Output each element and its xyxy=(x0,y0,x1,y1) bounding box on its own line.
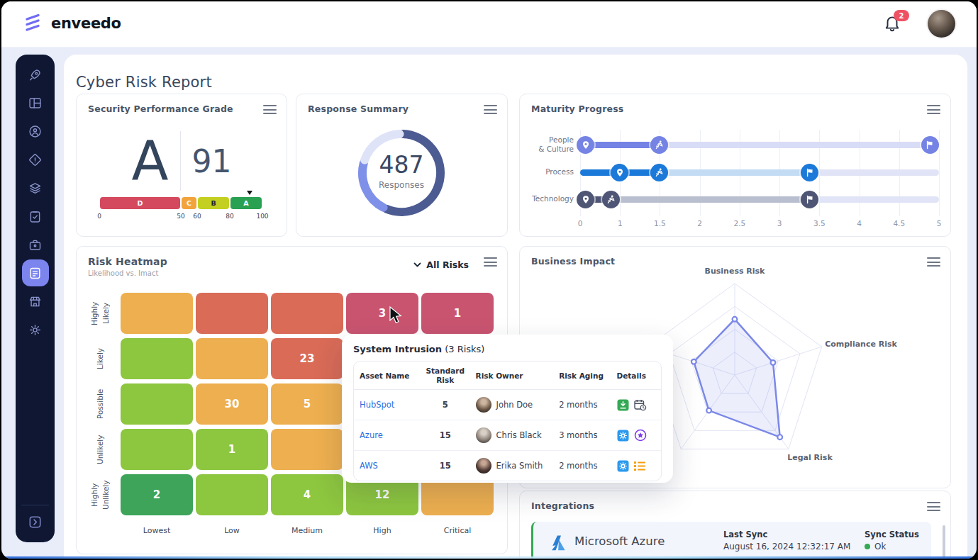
brand[interactable]: enveedo xyxy=(21,11,121,35)
sidebar-item-report[interactable] xyxy=(22,259,49,286)
user-avatar[interactable] xyxy=(928,10,955,38)
flag-marker-icon[interactable] xyxy=(921,136,939,154)
grade-display: A 91 xyxy=(77,131,287,191)
risk-aging-value: 2 months xyxy=(553,390,611,420)
grade-score: 91 xyxy=(192,143,232,179)
pin-marker-icon[interactable] xyxy=(577,136,594,154)
sync-status-value: Ok xyxy=(874,542,886,551)
portfolio-icon xyxy=(28,237,43,252)
heatmap-cell[interactable]: 4 xyxy=(271,474,343,515)
risk-table-header: Risk Aging xyxy=(553,362,611,390)
download-green-icon[interactable] xyxy=(617,399,629,411)
heatmap-col-label: Critical xyxy=(421,526,494,535)
sidebar-expand-button[interactable] xyxy=(16,513,55,531)
gear-blue-icon[interactable] xyxy=(617,430,629,442)
sync-status-block: Sync Status Ok xyxy=(865,530,919,551)
heatmap-cell[interactable]: 30 xyxy=(196,383,268,425)
heatmap-cell-value: 23 xyxy=(300,352,315,365)
screen-edge-glow xyxy=(1,556,977,559)
maturity-progress-card: Maturity Progress 011.522.533.544.55Peop… xyxy=(519,94,951,237)
integration-row-azure[interactable]: Microsoft Azure Last Sync August 16, 202… xyxy=(531,522,931,559)
heatmap-cell[interactable]: 23 xyxy=(271,338,343,379)
last-sync-label: Last Sync xyxy=(723,530,850,539)
sidebar-divider xyxy=(21,505,49,505)
risk-filter-dropdown[interactable]: All Risks xyxy=(413,259,469,270)
standard-risk-value: 15 xyxy=(419,451,470,481)
maturity-row-label: Technology xyxy=(520,194,574,203)
owner-name: Chris Black xyxy=(496,430,542,440)
tasks-icon xyxy=(28,209,43,224)
integrations-scrollbar[interactable] xyxy=(943,525,945,558)
risk-owner: Erika Smith xyxy=(476,458,550,474)
dashboard-icon xyxy=(28,96,43,111)
sync-status-label: Sync Status xyxy=(865,530,919,539)
grade-tick: 0 xyxy=(97,213,101,220)
pin-marker-icon[interactable] xyxy=(577,191,594,208)
sidebar-item-rocket[interactable] xyxy=(22,60,49,89)
card-menu-icon[interactable] xyxy=(484,105,497,114)
heatmap-cell[interactable] xyxy=(121,338,193,379)
heatmap-cell[interactable] xyxy=(271,429,343,470)
heatmap-cell[interactable] xyxy=(271,293,343,334)
heatmap-cell[interactable]: 5 xyxy=(271,383,343,425)
list-orange-icon[interactable] xyxy=(634,461,646,471)
sidebar-item-settings[interactable] xyxy=(22,315,49,344)
card-menu-icon[interactable] xyxy=(263,105,277,114)
heatmap-cell[interactable] xyxy=(121,293,193,334)
runner-marker-icon[interactable] xyxy=(650,136,668,154)
heatmap-cell-value: 1 xyxy=(228,443,235,456)
pin-marker-icon[interactable] xyxy=(611,164,628,181)
heatmap-cell[interactable]: 1 xyxy=(421,293,494,334)
sidebar-item-portfolio[interactable] xyxy=(22,230,49,259)
gear-blue-icon[interactable] xyxy=(617,460,629,472)
runner-marker-icon[interactable] xyxy=(602,191,620,208)
sidebar-item-risk-alert[interactable] xyxy=(22,145,49,174)
calendar-clock-icon[interactable] xyxy=(634,399,647,411)
risk-alert-icon xyxy=(28,152,43,167)
heatmap-cell[interactable] xyxy=(196,474,268,515)
sidebar-item-advisor[interactable] xyxy=(22,117,49,145)
maturity-bar-segment xyxy=(810,169,939,176)
rocket-icon xyxy=(28,67,43,82)
card-menu-icon[interactable] xyxy=(927,502,940,511)
maturity-track xyxy=(580,142,939,148)
heatmap-cell-value: 30 xyxy=(225,398,240,410)
risk-table-row: Azure15Chris Black3 months xyxy=(354,420,661,451)
runner-marker-icon[interactable] xyxy=(650,164,668,181)
heatmap-cell[interactable] xyxy=(196,338,268,379)
heatmap-row-label: Likely xyxy=(85,338,116,379)
heatmap-col-label: Low xyxy=(196,526,268,535)
radar-data-point xyxy=(691,359,696,364)
asset-link[interactable]: AWS xyxy=(360,461,378,471)
x-axis-tick: 5 xyxy=(937,219,942,228)
heatmap-cell[interactable]: 2 xyxy=(121,474,193,515)
heatmap-cell[interactable] xyxy=(121,383,193,425)
heatmap-cell[interactable]: 3 xyxy=(346,293,418,334)
heatmap-cell[interactable] xyxy=(121,429,193,470)
asset-link[interactable]: Azure xyxy=(360,430,383,440)
flag-marker-icon[interactable] xyxy=(801,164,818,181)
x-axis-tick: 1.5 xyxy=(654,219,666,228)
report-icon xyxy=(28,266,43,281)
risk-table-row: HubSpot5John Doe2 months xyxy=(354,390,661,420)
card-menu-icon[interactable] xyxy=(927,105,940,114)
sidebar-item-layers[interactable] xyxy=(22,174,49,202)
heatmap-row-label: HighlyLikely xyxy=(85,293,116,334)
radar-data-point xyxy=(777,435,782,439)
notifications-button[interactable]: 2 xyxy=(883,13,904,35)
sidebar-item-marketplace[interactable] xyxy=(22,287,49,315)
heatmap-cell[interactable] xyxy=(196,293,268,334)
sidebar-item-tasks[interactable] xyxy=(22,202,49,230)
app-window: enveedo 2 Cyber Risk Report xyxy=(1,1,977,559)
grade-tick: 80 xyxy=(226,213,233,220)
x-axis-tick: 3 xyxy=(777,219,782,228)
heatmap-cell[interactable]: 1 xyxy=(196,429,268,470)
heatmap-cell-value: 2 xyxy=(153,488,160,501)
flag-marker-icon[interactable] xyxy=(801,191,818,208)
responses-unit: Responses xyxy=(348,180,455,190)
azure-logo-icon xyxy=(549,534,568,551)
sidebar-item-dashboard[interactable] xyxy=(22,89,49,117)
star-purple-icon[interactable] xyxy=(634,429,647,442)
asset-link[interactable]: HubSpot xyxy=(360,400,394,410)
card-menu-icon[interactable] xyxy=(484,257,497,267)
